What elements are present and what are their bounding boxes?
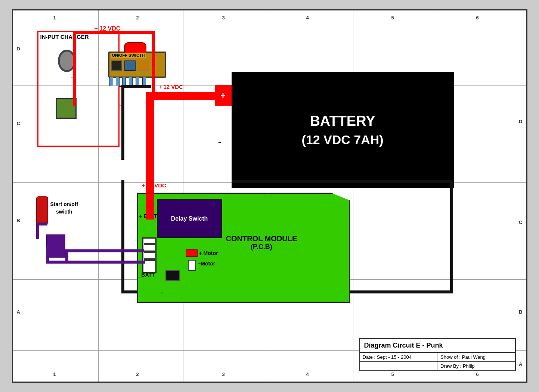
connector-stripe-1 — [144, 243, 155, 245]
col-label-2: 2 — [136, 15, 139, 21]
grid-col-5 — [353, 10, 353, 382]
wire-black-top-h — [121, 85, 151, 88]
wire-purple-h1 — [36, 223, 47, 225]
title-block: Diagram Circuit E - Punk Date : Sept - 1… — [359, 338, 516, 371]
start-switch-label: Start on/off swicth — [50, 201, 78, 215]
motor-plus-label: + Motor — [199, 250, 218, 256]
plus-terminal-text: + — [220, 90, 226, 101]
wire-red-main-v — [146, 92, 154, 196]
col-label-b1: 1 — [53, 371, 56, 377]
wire-black-bat-right-v — [450, 180, 453, 292]
wire-red-top-h — [73, 31, 155, 34]
plus-terminal-block: + — [215, 85, 232, 106]
switch-tab-1 — [109, 77, 113, 86]
minus-label-2: – — [120, 102, 123, 108]
wire-red-to-battery-h — [146, 92, 219, 100]
wire-red-charger-v — [73, 31, 76, 106]
title-block-row2: Draw By : Philip — [360, 361, 515, 370]
title-block-title: Diagram Circuit E - Punk — [360, 339, 515, 352]
row-label-b-left: B — [17, 218, 20, 223]
row-label-d-left: D — [17, 46, 20, 52]
battery-text: BATTERY (12 VDC 7AH) — [301, 111, 383, 149]
col-label-1: 1 — [53, 15, 56, 21]
charger-box — [37, 31, 120, 147]
delay-switch-label: Delay Swicth — [171, 215, 208, 222]
minus-bottom: – — [161, 290, 164, 296]
wire-red-switch-v — [152, 31, 155, 93]
col-label-3: 3 — [222, 15, 225, 21]
title-block-draw-by: Draw By : Philip — [437, 362, 515, 370]
row-label-b-right: B — [519, 309, 522, 315]
batt-minus-label: _BATT — [139, 272, 155, 278]
motor-minus-label: –Motor — [198, 261, 216, 267]
switch-btn-orange — [138, 60, 149, 71]
col-label-6: 6 — [476, 15, 479, 21]
col-label-5: 5 — [391, 15, 394, 21]
minus-label-1: – — [120, 83, 123, 89]
col-label-b4: 4 — [306, 371, 309, 377]
wire-purple-h3 — [65, 249, 144, 252]
grid-col-6 — [438, 10, 438, 382]
wire-black-left-long-v — [121, 180, 124, 292]
col-label-b3: 3 — [222, 371, 225, 377]
control-module-label-container: CONTROL MODULE (P.C.B) — [226, 234, 297, 251]
connector-stripe-3 — [144, 258, 155, 261]
title-block-date: Date : Sept - 15 - 2004 — [360, 353, 438, 361]
minus-wire-mid: – — [340, 183, 343, 189]
control-module-label2: (P.C.B) — [226, 243, 297, 251]
wire-black-left-v — [121, 85, 124, 160]
start-switch — [36, 196, 48, 224]
switch-btn-blue — [124, 60, 136, 71]
wire-purple-h2 — [46, 261, 145, 264]
row-label-c-right: C — [519, 220, 522, 225]
switch-knob — [124, 42, 146, 53]
label-12vdc-mid: + 12 VDC — [142, 182, 166, 189]
motor-block-white — [188, 260, 196, 271]
motor-block-red — [186, 249, 198, 257]
switch-label: ON/OFF SWICTH — [111, 53, 146, 58]
page: 1 2 3 4 5 6 1 2 3 4 5 6 D C B A D C B A … — [12, 9, 527, 383]
col-label-b2: 2 — [136, 371, 139, 377]
wire-red-to-batt — [146, 193, 154, 220]
col-label-b6: 6 — [476, 371, 479, 377]
col-label-4: 4 — [306, 15, 309, 21]
row-label-c-left: C — [17, 121, 20, 126]
minus-bat-bottom: – — [233, 154, 236, 160]
connector-stripe-2 — [144, 251, 155, 253]
delay-switch-box: Delay Swicth — [157, 199, 222, 238]
title-block-empty — [360, 362, 438, 370]
minus-bat-right: – — [219, 139, 222, 145]
switch-btn-black — [111, 60, 122, 71]
col-label-b5: 5 — [391, 371, 394, 377]
batt-terminal-black — [165, 270, 180, 281]
battery-block: BATTERY (12 VDC 7AH) — [232, 72, 454, 188]
row-label-a-left: A — [17, 309, 20, 315]
row-label-d-right: D — [519, 119, 522, 124]
row-label-a-right: A — [519, 361, 522, 367]
charger-label: IN-PUT CHARGER — [40, 34, 89, 40]
switch-tab-2 — [116, 77, 120, 86]
label-12vdc-bat: + 12 VDC — [159, 84, 183, 90]
control-module-label1: CONTROL MODULE — [226, 234, 297, 243]
title-block-row1: Date : Sept - 15 - 2004 Show of : Paul W… — [360, 352, 515, 361]
title-block-show-of: Show of : Paul Wang — [437, 353, 515, 361]
